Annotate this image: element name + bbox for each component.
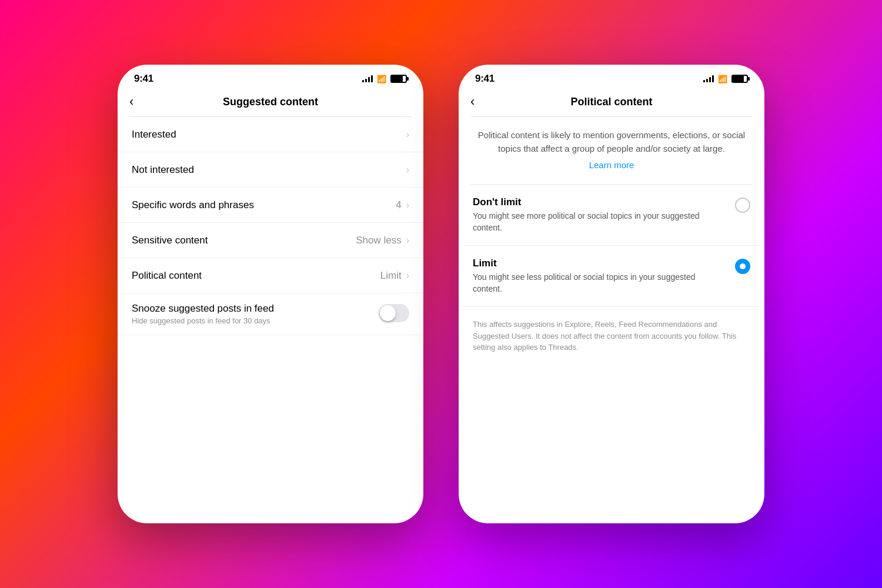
- back-button-1[interactable]: ‹: [129, 94, 148, 109]
- menu-label-specific-words: Specific words and phrases: [132, 199, 396, 211]
- battery-icon: [390, 75, 407, 83]
- status-bar-1: 9:41 📶: [118, 65, 423, 89]
- menu-item-sensitive[interactable]: Sensitive content Show less ›: [118, 223, 423, 258]
- toggle-knob: [380, 305, 396, 321]
- signal-bar-2-3: [709, 77, 711, 82]
- nav-bar-2: ‹ Political content: [459, 89, 764, 116]
- battery-fill-2: [733, 76, 744, 82]
- radio-dont-limit[interactable]: [735, 198, 750, 213]
- signal-bar-2: [365, 79, 367, 82]
- menu-label-political: Political content: [132, 270, 380, 282]
- battery-icon-2: [731, 75, 748, 83]
- status-icons-2: 📶: [703, 75, 748, 83]
- menu-item-political[interactable]: Political content Limit ›: [118, 258, 423, 293]
- chevron-icon-interested: ›: [406, 129, 409, 140]
- page-title-2: Political content: [489, 96, 734, 108]
- option-text-dont-limit: Don't limit You might see more political…: [473, 196, 726, 233]
- phone-political-content: 9:41 📶 ‹ Political content Political con…: [459, 65, 764, 523]
- nav-bar-1: ‹ Suggested content: [118, 89, 423, 116]
- menu-label-interested: Interested: [132, 129, 406, 141]
- wifi-icon: 📶: [377, 75, 386, 83]
- snooze-subtitle: Hide suggested posts in feed for 30 days: [132, 316, 372, 325]
- menu-value-sensitive: Show less: [356, 235, 401, 246]
- menu-value-political: Limit: [380, 270, 402, 282]
- snooze-text: Snooze suggested posts in feed Hide sugg…: [132, 303, 372, 325]
- option-subtitle-dont-limit: You might see more political or social t…: [473, 211, 726, 233]
- signal-bar-2-2: [706, 79, 708, 82]
- status-icons-1: 📶: [362, 75, 407, 83]
- wifi-icon-2: 📶: [718, 75, 727, 83]
- status-time-2: 9:41: [475, 73, 495, 85]
- snooze-toggle-container: Snooze suggested posts in feed Hide sugg…: [118, 293, 423, 335]
- signal-bars-icon: [362, 75, 373, 82]
- chevron-icon-sensitive: ›: [406, 235, 409, 246]
- menu-item-specific-words[interactable]: Specific words and phrases 4 ›: [118, 188, 423, 223]
- battery-fill: [392, 76, 403, 82]
- affects-text: This affects suggestions in Explore, Ree…: [459, 307, 764, 365]
- option-title-dont-limit: Don't limit: [473, 196, 726, 208]
- menu-item-not-interested[interactable]: Not interested ›: [118, 152, 423, 188]
- option-title-limit: Limit: [473, 258, 726, 269]
- chevron-icon-specific-words: ›: [406, 200, 409, 211]
- learn-more-link[interactable]: Learn more: [475, 155, 748, 179]
- status-time-1: 9:41: [134, 73, 153, 85]
- menu-item-interested[interactable]: Interested ›: [118, 117, 423, 152]
- menu-value-specific-words: 4: [396, 199, 401, 211]
- menu-label-sensitive: Sensitive content: [132, 235, 356, 246]
- status-bar-2: 9:41 📶: [459, 65, 764, 89]
- radio-inner: [740, 263, 746, 269]
- snooze-toggle[interactable]: [379, 304, 409, 322]
- snooze-title: Snooze suggested posts in feed: [132, 303, 372, 315]
- option-subtitle-limit: You might see less political or social t…: [473, 272, 726, 295]
- content-2: Political content is likely to mention g…: [459, 117, 764, 523]
- signal-bar-2-4: [712, 75, 714, 82]
- phone-suggested-content: 9:41 📶 ‹ Suggested content Interested ›: [118, 65, 423, 523]
- chevron-icon-political: ›: [406, 270, 409, 281]
- signal-bar-3: [368, 77, 370, 82]
- page-title-1: Suggested content: [148, 96, 393, 108]
- signal-bars-icon-2: [703, 75, 714, 82]
- menu-label-not-interested: Not interested: [132, 164, 406, 176]
- signal-bar-2-1: [703, 80, 705, 82]
- option-text-limit: Limit You might see less political or so…: [473, 258, 726, 295]
- signal-bar-1: [362, 80, 364, 82]
- description-text: Political content is likely to mention g…: [475, 129, 748, 155]
- signal-bar-4: [371, 75, 373, 82]
- radio-limit[interactable]: [735, 259, 750, 274]
- content-1: Interested › Not interested › Specific w…: [118, 117, 423, 523]
- option-dont-limit[interactable]: Don't limit You might see more political…: [459, 185, 764, 246]
- back-button-2[interactable]: ‹: [470, 94, 489, 109]
- description-box: Political content is likely to mention g…: [459, 117, 764, 184]
- chevron-icon-not-interested: ›: [406, 165, 409, 175]
- option-limit[interactable]: Limit You might see less political or so…: [459, 246, 764, 307]
